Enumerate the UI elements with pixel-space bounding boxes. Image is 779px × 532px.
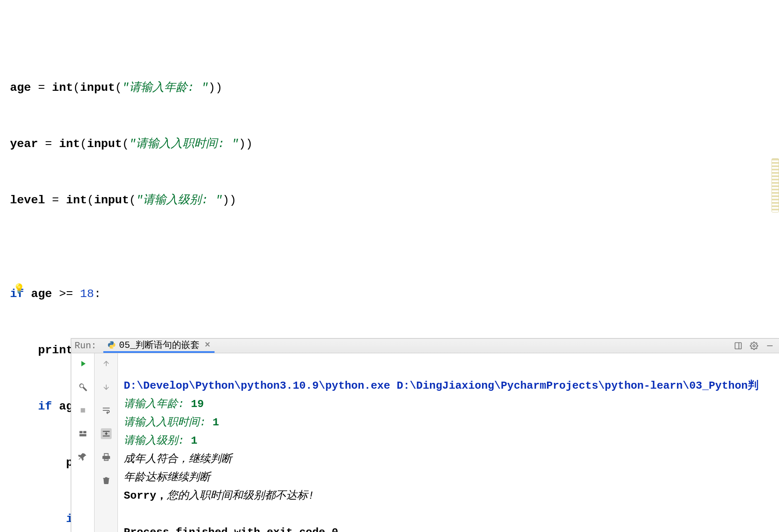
- svg-rect-7: [79, 434, 86, 437]
- console-stdout: 年龄达标继续判断: [124, 471, 210, 484]
- console-input-value: 19: [191, 398, 204, 410]
- svg-rect-6: [83, 431, 86, 434]
- soft-wrap-icon[interactable]: [101, 405, 112, 416]
- python-icon: [107, 341, 116, 349]
- error-stripe[interactable]: [772, 158, 779, 212]
- down-arrow-icon[interactable]: [101, 382, 112, 392]
- run-gutter-primary: [71, 353, 95, 532]
- console-input-value: 1: [212, 416, 219, 429]
- run-tool-window: Run: 05_判断语句的嵌套 × D:\Dev: [71, 338, 779, 532]
- stop-icon[interactable]: [77, 405, 88, 416]
- svg-rect-0: [735, 343, 742, 349]
- lightbulb-icon[interactable]: 💡: [13, 280, 22, 289]
- close-tab-button[interactable]: ×: [203, 340, 210, 350]
- svg-point-2: [753, 345, 755, 347]
- layout-icon[interactable]: [732, 340, 744, 352]
- console-exit-status: Process finished with exit code 0: [124, 526, 338, 532]
- run-label: Run:: [75, 341, 99, 351]
- run-tab-label: 05_判断语句的嵌套: [119, 339, 200, 351]
- layout-split-icon[interactable]: [77, 428, 88, 439]
- gear-icon[interactable]: [748, 340, 760, 352]
- print-icon[interactable]: [101, 452, 112, 462]
- console-output[interactable]: D:\Develop\Python\python3.10.9\python.ex…: [118, 353, 779, 532]
- rerun-icon[interactable]: [77, 358, 88, 369]
- console-command: D:\Develop\Python\python3.10.9\python.ex…: [124, 380, 759, 392]
- svg-rect-4: [80, 408, 85, 413]
- console-input-value: 1: [191, 435, 197, 447]
- console-stdout: Sorry，: [124, 490, 167, 502]
- code-line: level = int(input("请输入级别: ")): [10, 191, 779, 210]
- trash-icon[interactable]: [101, 475, 112, 486]
- code-line: year = int(input("请输入入职时间: ")): [10, 135, 779, 153]
- run-gutter-secondary: [95, 353, 118, 532]
- up-arrow-icon[interactable]: [101, 358, 112, 369]
- pin-icon[interactable]: [77, 452, 88, 462]
- code-line: if age >= 18:: [10, 285, 779, 303]
- scroll-to-end-icon[interactable]: [101, 428, 112, 439]
- run-tab[interactable]: 05_判断语句的嵌套 ×: [103, 339, 215, 353]
- minimize-icon[interactable]: [764, 340, 776, 352]
- console-prompt: 请输入年龄:: [124, 398, 191, 410]
- console-prompt: 请输入入职时间:: [124, 416, 212, 429]
- run-header: Run: 05_判断语句的嵌套 ×: [71, 339, 779, 353]
- wrench-icon[interactable]: [77, 382, 88, 392]
- code-line: age = int(input("请输入年龄: ")): [10, 78, 779, 97]
- svg-rect-5: [79, 431, 82, 434]
- console-stdout: 成年人符合，继续判断: [124, 453, 232, 465]
- console-prompt: 请输入级别:: [124, 435, 191, 447]
